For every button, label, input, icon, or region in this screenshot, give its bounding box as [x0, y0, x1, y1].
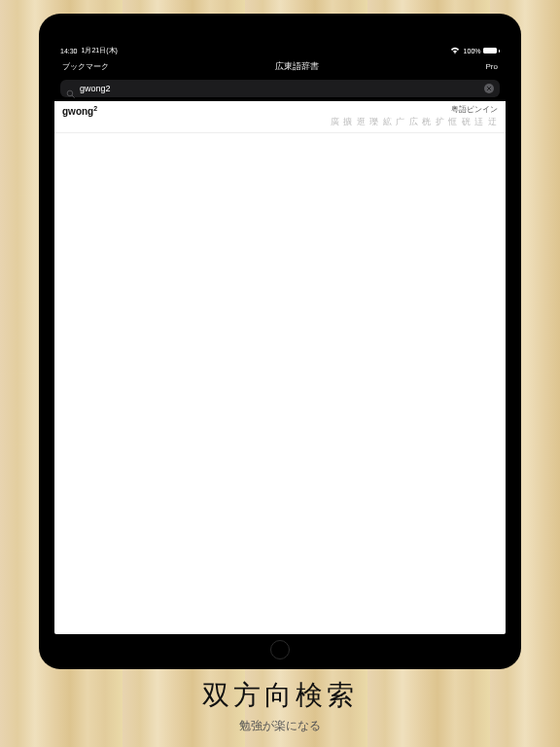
page-background: 14:30 1月21日(木) 100% ブックマーク 広東語辞書 Pro — [0, 0, 560, 747]
nav-bar: ブックマーク 広東語辞書 Pro — [54, 56, 506, 76]
result-row[interactable]: gwong2 粤語ピンイン 廣 擴 逛 瓅 絋 广 広 桄 扩 恇 硄 迋 迂 — [54, 101, 506, 133]
home-button[interactable] — [270, 640, 290, 659]
search-bar[interactable] — [60, 80, 500, 97]
reading-system-label: 粤語ピンイン — [331, 105, 498, 115]
caption-title: 双方向検索 — [0, 677, 560, 714]
entry-base: gwong — [62, 106, 93, 117]
search-icon — [66, 85, 75, 93]
screen: 14:30 1月21日(木) 100% ブックマーク 広東語辞書 Pro — [54, 45, 506, 634]
entry-heading: gwong2 — [62, 105, 97, 117]
app-title: 広東語辞書 — [275, 60, 319, 73]
svg-line-1 — [72, 95, 74, 97]
results-area: gwong2 粤語ピンイン 廣 擴 逛 瓅 絋 广 広 桄 扩 恇 硄 迋 迂 — [54, 101, 506, 634]
battery-indicator: 100% — [464, 48, 500, 54]
kanji-list: 廣 擴 逛 瓅 絋 广 広 桄 扩 恇 硄 迋 迂 — [331, 116, 498, 128]
status-bar: 14:30 1月21日(木) 100% — [54, 45, 506, 56]
entry-tone: 2 — [93, 105, 97, 112]
wifi-icon — [450, 47, 460, 55]
marketing-caption: 双方向検索 勉強が楽になる — [0, 677, 560, 734]
caption-subtitle: 勉強が楽になる — [0, 718, 560, 734]
status-time: 14:30 — [60, 48, 78, 54]
bookmarks-button[interactable]: ブックマーク — [62, 61, 109, 72]
pro-button[interactable]: Pro — [486, 62, 498, 71]
clear-search-button[interactable] — [484, 84, 494, 93]
tablet-frame: 14:30 1月21日(木) 100% ブックマーク 広東語辞書 Pro — [39, 14, 521, 669]
battery-percent: 100% — [464, 48, 481, 54]
search-input[interactable] — [80, 84, 479, 93]
status-date: 1月21日(木) — [82, 46, 118, 55]
